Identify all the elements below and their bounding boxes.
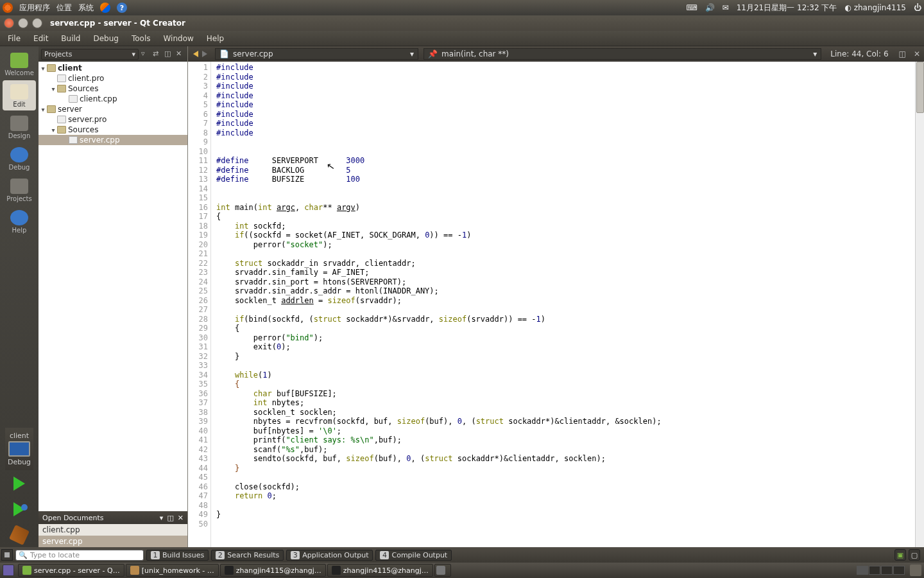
apps-menu[interactable]: 应用程序 xyxy=(19,3,50,13)
projects-toolbar: Projects▾ ▿ ⇄ ◫ ✕ xyxy=(38,46,187,62)
pro-file-icon xyxy=(57,116,66,123)
debug-run-button[interactable] xyxy=(6,500,32,519)
trash-icon[interactable] xyxy=(910,565,921,576)
code-content[interactable]: #include #include #include #include #inc… xyxy=(211,62,915,547)
editor-toolbar: 📄 server.cpp▾ 📌main(int, char **)▾ Line:… xyxy=(188,46,924,62)
mail-indicator-icon[interactable]: ✉ xyxy=(723,3,729,12)
task-qtcreator[interactable]: server.cpp - server - Q… xyxy=(18,564,124,577)
open-documents-header: Open Documents ▾◫✕ xyxy=(38,511,187,524)
mode-edit[interactable]: Edit xyxy=(3,80,36,110)
system-menu[interactable]: 系统 xyxy=(78,3,94,13)
close-pane-icon[interactable]: ✕ xyxy=(178,514,184,522)
mode-projects[interactable]: Projects xyxy=(3,175,36,205)
view-selector[interactable]: Projects▾ xyxy=(41,49,139,60)
nav-fwd-icon[interactable] xyxy=(202,51,207,57)
task-terminal-1[interactable]: zhangjin4115@zhangj… xyxy=(220,564,326,577)
stop-button[interactable] xyxy=(1,549,13,561)
mode-help[interactable]: Help xyxy=(3,206,36,236)
task-unknown[interactable] xyxy=(434,564,451,577)
open-documents-list[interactable]: client.cpp server.cpp xyxy=(38,524,187,547)
editor-area: 📄 server.cpp▾ 📌main(int, char **)▾ Line:… xyxy=(188,46,924,547)
pro-file-icon xyxy=(57,74,66,82)
app-icon xyxy=(436,566,445,575)
filter-icon[interactable]: ▿ xyxy=(141,49,150,58)
window-titlebar[interactable]: server.cpp - server - Qt Creator xyxy=(0,15,924,31)
close-output-icon[interactable]: ▢ xyxy=(909,549,920,561)
menu-tools[interactable]: Tools xyxy=(125,32,157,45)
monitor-icon xyxy=(8,441,30,457)
mode-debug[interactable]: Debug xyxy=(3,143,36,173)
gnome-top-panel: 应用程序 位置 系统 ? ⌨ 🔊 ✉ 11月21日星期一 12:32 下午 ◐ … xyxy=(0,0,924,15)
open-doc-item[interactable]: client.cpp xyxy=(38,524,187,536)
run-button[interactable] xyxy=(6,474,32,493)
help-launcher-icon[interactable]: ? xyxy=(117,3,127,13)
vertical-scrollbar[interactable] xyxy=(915,62,924,547)
project-tree[interactable]: ▾client client.pro ▾Sources client.cpp ▾… xyxy=(38,62,187,511)
split-icon[interactable]: ◫ xyxy=(164,49,173,58)
close-pane-icon[interactable]: ✕ xyxy=(176,49,185,58)
pin-icon: 📌 xyxy=(428,49,438,58)
build-button[interactable] xyxy=(6,525,32,545)
menu-help[interactable]: Help xyxy=(200,32,230,45)
folder-icon xyxy=(47,105,56,113)
close-editor-icon[interactable]: ✕ xyxy=(910,49,924,58)
workspace-switcher[interactable] xyxy=(857,566,905,575)
cpp-file-icon xyxy=(69,136,78,144)
gnome-bottom-panel: server.cpp - server - Q… [unix_homework … xyxy=(0,563,924,578)
nav-back-icon[interactable] xyxy=(193,51,198,57)
maximize-window-button[interactable] xyxy=(32,18,42,28)
mode-rail: Welcome Edit Design Debug Projects Help … xyxy=(0,46,38,547)
mode-welcome[interactable]: Welcome xyxy=(3,49,36,79)
target-mode: Debug xyxy=(8,458,31,466)
open-doc-item[interactable]: server.cpp xyxy=(38,536,187,547)
menu-build[interactable]: Build xyxy=(55,32,87,45)
show-desktop-button[interactable] xyxy=(3,565,14,576)
run-target-selector[interactable]: client Debug xyxy=(5,428,33,470)
task-nautilus[interactable]: [unix_homework - … xyxy=(126,564,219,577)
scrollbar-thumb[interactable] xyxy=(916,62,924,113)
locator-placeholder: Type to locate xyxy=(30,551,80,559)
locator-input[interactable]: 🔍 Type to locate xyxy=(15,550,144,561)
clock[interactable]: 11月21日星期一 12:32 下午 xyxy=(737,3,837,13)
menu-debug[interactable]: Debug xyxy=(87,32,124,45)
user-menu[interactable]: ◐ zhangjin4115 xyxy=(844,3,906,12)
debug-icon xyxy=(10,147,28,162)
symbol-crumb[interactable]: 📌main(int, char **)▾ xyxy=(424,48,821,60)
ubuntu-logo-icon[interactable] xyxy=(3,3,13,13)
folder-icon xyxy=(47,64,56,72)
mode-design[interactable]: Design xyxy=(3,112,36,142)
shutdown-icon[interactable]: ⏻ xyxy=(914,3,921,12)
cpp-file-icon xyxy=(69,95,78,103)
firefox-launcher-icon[interactable] xyxy=(100,3,110,13)
menu-file[interactable]: File xyxy=(1,32,27,45)
keyboard-indicator-icon[interactable]: ⌨ xyxy=(686,3,697,12)
tree-item-server-cpp[interactable]: server.cpp xyxy=(38,135,187,145)
tab-compile-output[interactable]: 4Compile Output xyxy=(375,550,452,561)
volume-icon[interactable]: 🔊 xyxy=(705,3,715,12)
menu-window[interactable]: Window xyxy=(157,32,200,45)
terminal-icon xyxy=(225,566,234,575)
split-editor-icon[interactable]: ◫ xyxy=(895,49,910,58)
code-editor[interactable]: 1 2 3 4 5 6 7 8 9 10 11 12 13 14 15 16 1… xyxy=(188,62,924,547)
design-icon xyxy=(10,116,28,131)
folder-icon xyxy=(130,566,139,575)
minimize-window-button[interactable] xyxy=(18,18,28,28)
folder-icon xyxy=(57,126,66,134)
places-menu[interactable]: 位置 xyxy=(56,3,72,13)
folder-icon xyxy=(57,85,66,92)
output-bar: 🔍 Type to locate 1Build Issues 2Search R… xyxy=(0,547,924,563)
file-crumb[interactable]: 📄 server.cpp▾ xyxy=(215,48,418,60)
task-terminal-2[interactable]: zhangjin4115@zhangj… xyxy=(327,564,433,577)
split-icon[interactable]: ◫ xyxy=(167,514,173,522)
tab-search-results[interactable]: 2Search Results xyxy=(211,550,284,561)
tab-build-issues[interactable]: 1Build Issues xyxy=(146,550,209,561)
link-icon[interactable]: ⇄ xyxy=(153,49,162,58)
menu-edit[interactable]: Edit xyxy=(27,32,55,45)
target-name: client xyxy=(8,432,31,440)
projects-icon xyxy=(10,179,28,194)
side-panel: Projects▾ ▿ ⇄ ◫ ✕ ▾client client.pro ▾So… xyxy=(38,46,188,547)
hammer-icon xyxy=(9,525,30,545)
tab-app-output[interactable]: 3Application Output xyxy=(286,550,373,561)
close-window-button[interactable] xyxy=(4,18,14,28)
progress-indicator[interactable]: ▣ xyxy=(894,549,906,561)
